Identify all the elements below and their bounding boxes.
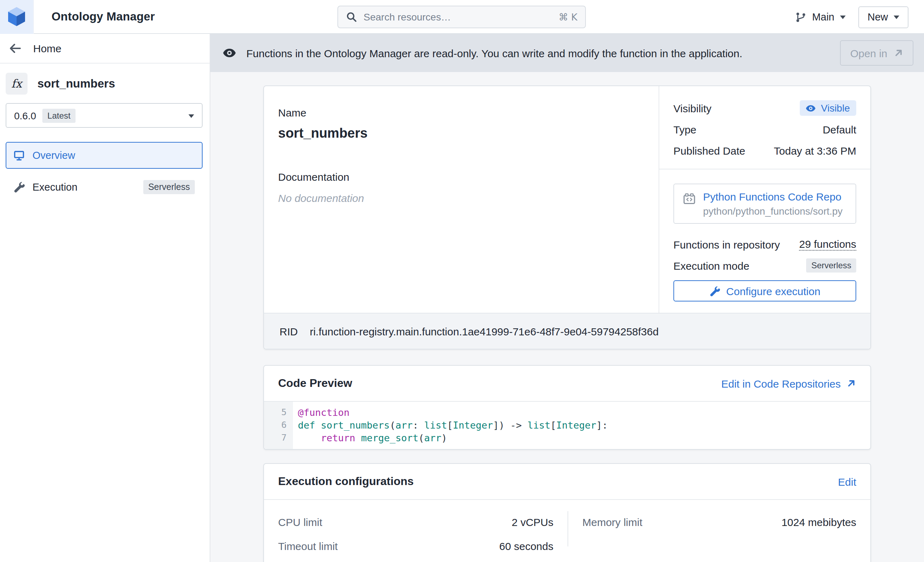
published-label: Published Date: [674, 144, 745, 156]
code-line: 6def sort_numbers(arr: list[Integer]) ->…: [264, 419, 870, 431]
cpu-limit-value: 2 vCPUs: [512, 516, 554, 528]
code-preview-header: Code Preview Edit in Code Repositories: [264, 366, 870, 402]
configure-execution-button[interactable]: Configure execution: [674, 280, 856, 302]
sidebar-item-execution[interactable]: Execution Serverless: [6, 174, 202, 200]
line-number: 7: [264, 431, 293, 444]
version-select[interactable]: 0.6.0 Latest: [6, 103, 202, 128]
type-value: Default: [823, 123, 856, 135]
function-name: sort_numbers: [38, 77, 115, 90]
new-button-label: New: [867, 11, 888, 23]
code-text: return merge_sort(arr): [293, 431, 447, 444]
execution-configurations-header: Execution configurations Edit: [264, 464, 870, 500]
wrench-icon: [14, 182, 25, 193]
functions-count-row: Functions in repository 29 functions: [674, 236, 856, 252]
code-lines: 5@function6def sort_numbers(arr: list[In…: [264, 402, 870, 449]
search-input[interactable]: [363, 11, 559, 23]
cpu-limit-label: CPU limit: [278, 516, 322, 528]
chevron-down-icon: [894, 15, 899, 19]
code-line: 7 return merge_sort(arr): [264, 431, 870, 444]
code-preview-title: Code Preview: [278, 377, 352, 390]
rid-label: RID: [279, 325, 298, 337]
topbar-actions: Main New: [795, 0, 909, 34]
sidebar-item-overview[interactable]: Overview: [6, 142, 202, 169]
arrow-top-right-icon: [894, 48, 903, 58]
timeout-limit-row: Timeout limit 60 seconds: [278, 539, 554, 552]
divider: [659, 169, 870, 170]
function-header: fx sort_numbers: [6, 73, 202, 95]
chevron-down-icon: [840, 15, 846, 19]
code-repo-card[interactable]: Python Functions Code Repo python/python…: [674, 183, 856, 224]
visibility-value: Visible: [821, 102, 850, 114]
serverless-badge: Serverless: [143, 180, 195, 194]
arrow-left-icon: [9, 43, 21, 54]
timeout-limit-value: 60 seconds: [500, 540, 554, 552]
documentation-empty: No documentation: [278, 192, 645, 204]
branch-selector[interactable]: Main: [795, 11, 846, 23]
open-in-button[interactable]: Open in: [840, 40, 914, 66]
new-button[interactable]: New: [858, 6, 909, 28]
git-branch-icon: [795, 11, 807, 23]
main-content: Functions in the Ontology Manager are re…: [210, 34, 924, 562]
repo-text: Python Functions Code Repo python/python…: [703, 191, 843, 217]
search-icon: [346, 11, 357, 23]
app-title: Ontology Manager: [51, 10, 155, 23]
line-number: 6: [264, 419, 293, 431]
execution-mode-row: Execution mode Serverless: [674, 258, 856, 273]
edit-link-label: Edit in Code Repositories: [721, 377, 841, 389]
memory-limit-label: Memory limit: [582, 516, 642, 528]
function-icon: fx: [6, 73, 27, 95]
app-logo[interactable]: [0, 0, 34, 33]
execution-mode-label: Execution mode: [674, 260, 749, 272]
search-bar[interactable]: ⌘ K: [338, 6, 586, 28]
arrow-top-right-icon: [846, 379, 856, 388]
published-row: Published Date Today at 3:36 PM: [674, 143, 856, 158]
desktop-icon: [14, 150, 25, 161]
execution-configurations-title: Execution configurations: [278, 475, 414, 488]
edit-link[interactable]: Edit: [838, 475, 856, 487]
rid-footer: RID ri.function-registry.main.function.1…: [264, 313, 870, 349]
repo-path: python/python_functions/sort.py: [703, 206, 843, 217]
memory-limit-row: Memory limit 1024 mebibytes: [582, 515, 856, 528]
execution-configurations-card: Execution configurations Edit CPU limit …: [263, 463, 871, 562]
code-line: 5@function: [264, 406, 870, 419]
sidebar-item-label: Overview: [33, 150, 75, 161]
code-repo-icon: [682, 192, 696, 206]
type-label: Type: [674, 123, 696, 135]
overview-left-pane: Name sort_numbers Documentation No docum…: [264, 86, 658, 313]
repo-link[interactable]: Python Functions Code Repo: [703, 191, 843, 203]
chevron-down-icon: [189, 114, 194, 117]
application-window: Ontology Manager ⌘ K Main New: [0, 0, 924, 562]
branch-label: Main: [812, 11, 834, 23]
exec-column-left: CPU limit 2 vCPUs Timeout limit 60 secon…: [278, 515, 554, 552]
version-value: 0.6.0: [14, 110, 36, 121]
banner-message: Functions in the Ontology Manager are re…: [246, 47, 742, 59]
functions-label: Functions in repository: [674, 238, 780, 250]
top-bar: Ontology Manager ⌘ K Main New: [0, 0, 924, 34]
eye-icon: [806, 103, 816, 113]
cards-column: Name sort_numbers Documentation No docum…: [263, 86, 871, 562]
code-text: @function: [293, 406, 350, 419]
divider: [567, 511, 568, 547]
configure-execution-label: Configure execution: [726, 285, 820, 297]
wrench-icon: [710, 286, 720, 296]
edit-in-code-repositories-link[interactable]: Edit in Code Repositories: [721, 377, 856, 389]
exec-column-right: Memory limit 1024 mebibytes: [582, 515, 856, 552]
memory-limit-value: 1024 mebibytes: [782, 516, 856, 528]
visibility-pill: Visible: [800, 100, 856, 116]
version-latest-badge: Latest: [42, 108, 75, 123]
sidebar-back-home[interactable]: Home: [0, 34, 210, 63]
execution-configurations-body: CPU limit 2 vCPUs Timeout limit 60 secon…: [264, 500, 870, 562]
published-value: Today at 3:36 PM: [774, 144, 856, 156]
open-in-label: Open in: [850, 47, 887, 59]
cube-logo-icon: [7, 6, 26, 27]
eye-icon: [222, 46, 237, 60]
type-row: Type Default: [674, 122, 856, 137]
sidebar-item-label: Execution: [33, 182, 77, 193]
visibility-row: Visibility Visible: [674, 100, 856, 116]
overview-details-pane: Visibility Visible Type: [658, 86, 870, 313]
code-text: def sort_numbers(arr: list[Integer]) -> …: [293, 419, 608, 431]
serverless-badge: Serverless: [807, 258, 856, 272]
functions-count[interactable]: 29 functions: [799, 238, 856, 251]
rid-value: ri.function-registry.main.function.1ae41…: [310, 325, 658, 337]
code-preview-card: Code Preview Edit in Code Repositories 5…: [263, 365, 871, 450]
